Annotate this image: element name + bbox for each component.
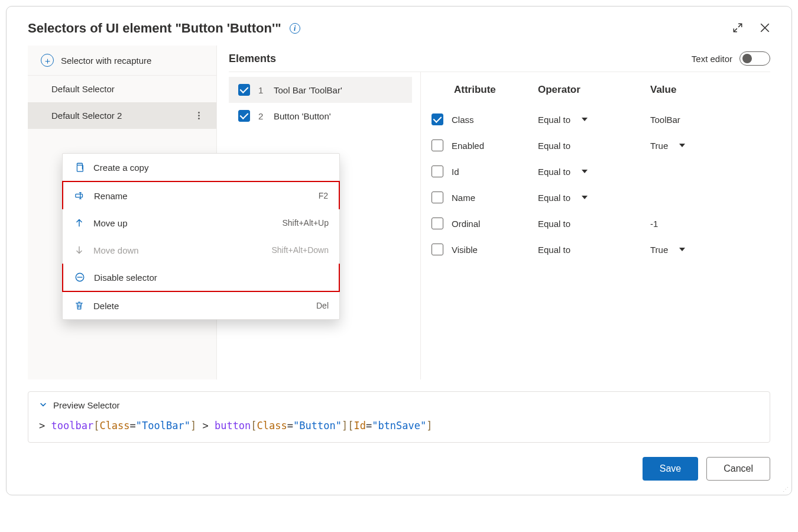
col-attribute: Attribute	[432, 84, 538, 96]
element-checkbox[interactable]	[238, 110, 250, 122]
chevron-down-icon	[578, 170, 589, 173]
attribute-checkbox[interactable]	[432, 140, 443, 151]
resize-grip-icon[interactable]: ⋰	[783, 486, 788, 492]
menu-disable-selector[interactable]: Disable selector	[63, 264, 339, 291]
expand-icon[interactable]	[732, 22, 743, 35]
close-icon[interactable]	[760, 22, 770, 35]
elements-heading: Elements	[229, 53, 276, 65]
chevron-down-icon	[675, 248, 687, 251]
element-row[interactable]: 2 Button 'Button'	[229, 103, 412, 129]
preview-selector-panel: Preview Selector > toolbar[Class="ToolBa…	[28, 391, 770, 443]
element-row[interactable]: 1 Tool Bar 'ToolBar'	[229, 77, 412, 103]
menu-shortcut: F2	[319, 191, 328, 200]
menu-create-copy[interactable]: Create a copy	[63, 154, 339, 181]
value-cell[interactable]: True	[650, 141, 770, 151]
operator-value: Equal to	[538, 167, 570, 177]
menu-label: Rename	[94, 191, 128, 201]
plus-circle-icon: ＋	[41, 54, 54, 67]
dialog-footer: Save Cancel	[7, 443, 791, 484]
attribute-row: Name Equal to	[432, 184, 770, 210]
menu-label: Create a copy	[93, 163, 148, 173]
sidebar-selector-label: Default Selector 2	[51, 111, 122, 121]
chevron-down-icon	[578, 118, 589, 121]
operator-dropdown[interactable]: Equal to	[538, 141, 650, 151]
attributes-panel: Attribute Operator Value Class Equal to …	[420, 72, 770, 379]
menu-move-up[interactable]: Move up Shift+Alt+Up	[63, 209, 339, 236]
attribute-row: Ordinal Equal to -1	[432, 210, 770, 236]
menu-shortcut: Shift+Alt+Down	[272, 245, 329, 255]
attribute-value: -1	[650, 219, 658, 229]
text-editor-label: Text editor	[692, 54, 732, 64]
copy-icon	[73, 162, 85, 173]
menu-delete[interactable]: Delete Del	[63, 292, 339, 319]
attribute-name: Name	[452, 193, 475, 203]
attribute-checkbox[interactable]	[432, 166, 443, 177]
attribute-value: True	[650, 245, 668, 255]
arrow-up-icon	[73, 218, 85, 228]
operator-value: Equal to	[538, 115, 570, 125]
menu-shortcut: Shift+Alt+Up	[282, 218, 329, 228]
attribute-checkbox[interactable]	[432, 113, 443, 125]
operator-dropdown[interactable]: Equal to	[538, 245, 650, 255]
attribute-row: Visible Equal to True	[432, 236, 770, 262]
value-cell[interactable]: ToolBar	[650, 115, 770, 125]
arrow-down-icon	[73, 245, 85, 255]
attribute-name: Class	[452, 115, 474, 125]
attribute-row: Id Equal to	[432, 158, 770, 184]
menu-shortcut: Del	[316, 301, 329, 310]
menu-rename[interactable]: Rename F2	[63, 182, 339, 209]
selector-path-preview: > toolbar[Class="ToolBar"] > button[Clas…	[39, 420, 759, 432]
attribute-row: Enabled Equal to True	[432, 132, 770, 158]
new-selector-recapture-button[interactable]: ＋ Selector with recapture	[28, 46, 216, 76]
titlebar: Selectors of UI element "Button 'Button'…	[7, 7, 791, 46]
info-icon[interactable]: i	[290, 23, 300, 34]
element-index: 1	[258, 85, 265, 95]
operator-dropdown[interactable]: Equal to	[538, 193, 650, 203]
attribute-row: Class Equal to ToolBar	[432, 106, 770, 132]
menu-label: Move down	[93, 245, 139, 255]
operator-value: Equal to	[538, 193, 570, 203]
col-value: Value	[650, 84, 770, 96]
value-cell[interactable]: True	[650, 245, 770, 255]
trash-icon	[73, 300, 85, 311]
sidebar-selector-label: Default Selector	[51, 84, 115, 94]
attribute-name: Ordinal	[452, 219, 480, 229]
operator-value: Equal to	[538, 245, 570, 255]
save-button[interactable]: Save	[643, 457, 698, 481]
sidebar-selector-item[interactable]: Default Selector	[28, 76, 216, 102]
element-label: Tool Bar 'ToolBar'	[274, 85, 342, 95]
element-checkbox[interactable]	[238, 84, 250, 96]
attribute-value: ToolBar	[650, 115, 680, 125]
operator-dropdown[interactable]: Equal to	[538, 115, 650, 125]
more-options-icon[interactable]	[198, 112, 203, 119]
menu-label: Delete	[93, 301, 119, 311]
element-label: Button 'Button'	[274, 111, 331, 121]
operator-dropdown[interactable]: Equal to	[538, 219, 650, 229]
sidebar-selector-item[interactable]: Default Selector 2	[28, 102, 216, 129]
value-cell[interactable]: -1	[650, 219, 770, 229]
rename-icon	[74, 190, 86, 201]
disable-icon	[74, 272, 86, 283]
attribute-checkbox[interactable]	[432, 244, 443, 255]
menu-move-down: Move down Shift+Alt+Down	[63, 236, 339, 264]
operator-value: Equal to	[538, 141, 570, 151]
attribute-name: Id	[452, 167, 459, 177]
menu-label: Disable selector	[94, 273, 157, 283]
attribute-checkbox[interactable]	[432, 192, 443, 203]
operator-dropdown[interactable]: Equal to	[538, 167, 650, 177]
dialog-title: Selectors of UI element "Button 'Button'…	[28, 21, 281, 36]
attribute-checkbox[interactable]	[432, 218, 443, 229]
selector-builder-window: Selectors of UI element "Button 'Button'…	[6, 6, 792, 495]
cancel-button[interactable]: Cancel	[706, 457, 770, 481]
new-selector-label: Selector with recapture	[61, 56, 151, 66]
operator-value: Equal to	[538, 219, 570, 229]
attribute-name: Visible	[452, 245, 478, 255]
chevron-down-icon	[675, 144, 687, 147]
menu-label: Move up	[93, 218, 128, 228]
preview-heading: Preview Selector	[53, 400, 120, 410]
col-operator: Operator	[538, 84, 650, 96]
attribute-value: True	[650, 141, 668, 151]
chevron-down-icon[interactable]	[39, 400, 47, 410]
chevron-down-icon	[578, 196, 589, 199]
text-editor-toggle[interactable]	[739, 51, 770, 66]
